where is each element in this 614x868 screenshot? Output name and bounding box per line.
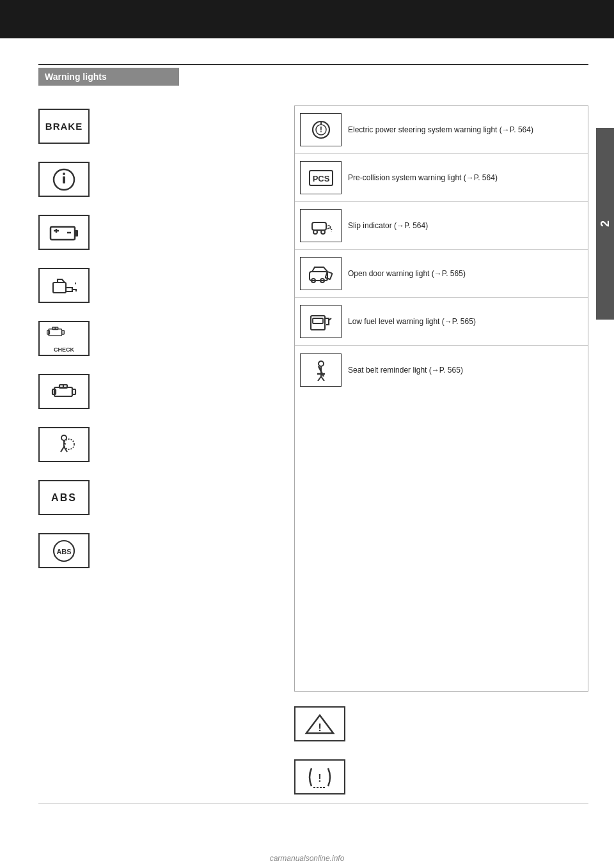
svg-rect-8	[53, 283, 66, 293]
eps-text: Electric power steering system warning l…	[348, 124, 583, 136]
oil-icon-cell	[38, 265, 281, 306]
svg-rect-2	[63, 176, 65, 183]
brake-icon-cell: BRAKE	[38, 105, 281, 147]
svg-line-21	[61, 447, 64, 452]
check-engine-icon	[42, 323, 69, 341]
svg-line-22	[64, 447, 67, 452]
door-icon	[307, 263, 335, 285]
chapter-tab: 2	[596, 128, 614, 320]
svg-line-46	[321, 376, 324, 381]
seatbelt-text: Seat belt reminder light (→P. 565)	[348, 364, 583, 376]
watermark: carmanualsonline.info	[270, 854, 345, 863]
warning-triangle-icon: !	[304, 712, 336, 736]
svg-rect-9	[49, 329, 62, 336]
svg-rect-11	[62, 330, 65, 334]
svg-point-1	[63, 173, 65, 175]
pcs-icon-box: PCS	[300, 161, 342, 194]
seatbelt-icon-box	[300, 353, 342, 387]
battery-icon-cell	[38, 212, 281, 253]
tire-pressure-icon: !	[304, 765, 336, 789]
check-label: CHECK	[40, 346, 88, 353]
two-column-layout: BRAKE	[38, 93, 588, 798]
svg-text:!: !	[318, 722, 322, 734]
fuel-row: Low fuel level warning light (→P. 565)	[295, 298, 588, 346]
door-row: Open door warning light (→P. 565)	[295, 250, 588, 298]
bottom-rule	[38, 803, 588, 804]
svg-line-45	[318, 376, 321, 381]
svg-rect-3	[51, 227, 75, 240]
check-engine-icon-cell: CHECK	[38, 318, 281, 359]
brake-label: BRAKE	[45, 121, 83, 132]
warning-triangle-cell: !	[294, 703, 588, 745]
svg-text:!: !	[318, 773, 321, 784]
abs-text-label: ABS	[51, 492, 77, 504]
pcs-icon: PCS	[307, 167, 335, 189]
svg-point-43	[319, 361, 324, 366]
svg-text:ABS: ABS	[56, 548, 71, 555]
section-title: Warning lights	[45, 72, 107, 82]
fuel-icon-box	[300, 305, 342, 338]
door-text: Open door warning light (→P. 565)	[348, 268, 583, 279]
occupant-icon	[48, 433, 80, 457]
brake-icon-box: BRAKE	[38, 109, 90, 144]
battery-icon-box	[38, 215, 90, 250]
chapter-number: 2	[599, 221, 612, 227]
seatbelt-icon	[307, 359, 335, 381]
engine-plain-icon-cell	[38, 371, 281, 412]
abs-text-icon-box: ABS	[38, 480, 90, 515]
oil-icon-box	[38, 268, 90, 303]
svg-point-34	[313, 230, 317, 234]
pcs-row: PCS Pre-collision system warning light (…	[295, 154, 588, 202]
top-bar	[0, 0, 614, 38]
eps-icon: !	[307, 119, 335, 141]
right-lower-icons: ! !	[294, 703, 588, 798]
occupant-icon-cell	[38, 424, 281, 465]
svg-rect-41	[313, 318, 323, 323]
slip-icon	[307, 215, 335, 237]
header-rule	[38, 64, 588, 65]
svg-rect-37	[325, 272, 332, 279]
tire-pressure-cell: !	[294, 756, 588, 798]
section-title-box: Warning lights	[38, 68, 179, 86]
svg-text:PCS: PCS	[312, 174, 329, 183]
svg-point-35	[321, 230, 325, 234]
engine-plain-icon	[48, 380, 80, 404]
fuel-text: Low fuel level warning light (→P. 565)	[348, 316, 583, 327]
abs-circle-icon-cell: ABS	[38, 530, 281, 571]
warning-triangle-icon-box: !	[294, 706, 345, 741]
srs-icon	[48, 167, 80, 192]
door-icon-box	[300, 257, 342, 290]
tire-pressure-icon-box: !	[294, 759, 345, 794]
occupant-icon-box	[38, 427, 90, 462]
eps-row: ! Electric power steering system warning…	[295, 106, 588, 154]
srs-icon-box	[38, 162, 90, 197]
seatbelt-row: Seat belt reminder light (→P. 565)	[295, 346, 588, 394]
slip-icon-box	[300, 209, 342, 242]
abs-circle-icon: ABS	[48, 539, 80, 563]
fuel-icon	[307, 311, 335, 333]
battery-icon	[48, 221, 80, 245]
right-column: ! Electric power steering system warning…	[294, 93, 588, 798]
svg-rect-4	[75, 230, 78, 236]
check-engine-icon-box: CHECK	[38, 321, 90, 356]
svg-rect-33	[312, 222, 326, 230]
oil-icon	[48, 274, 80, 298]
left-column: BRAKE	[38, 93, 281, 798]
srs-icon-cell	[38, 159, 281, 200]
page-container: 2 Warning lights BRAKE	[0, 0, 614, 868]
engine-plain-icon-box	[38, 374, 90, 409]
abs-text-icon-cell: ABS	[38, 477, 281, 518]
svg-rect-16	[72, 389, 75, 394]
slip-row: Slip indicator (→P. 564)	[295, 202, 588, 250]
svg-text:!: !	[319, 125, 322, 134]
info-box: ! Electric power steering system warning…	[294, 105, 588, 692]
slip-text: Slip indicator (→P. 564)	[348, 220, 583, 231]
pcs-text: Pre-collision system warning light (→P. …	[348, 172, 583, 183]
abs-circle-icon-box: ABS	[38, 533, 90, 568]
content-area: BRAKE	[38, 93, 588, 798]
eps-icon-box: !	[300, 113, 342, 146]
